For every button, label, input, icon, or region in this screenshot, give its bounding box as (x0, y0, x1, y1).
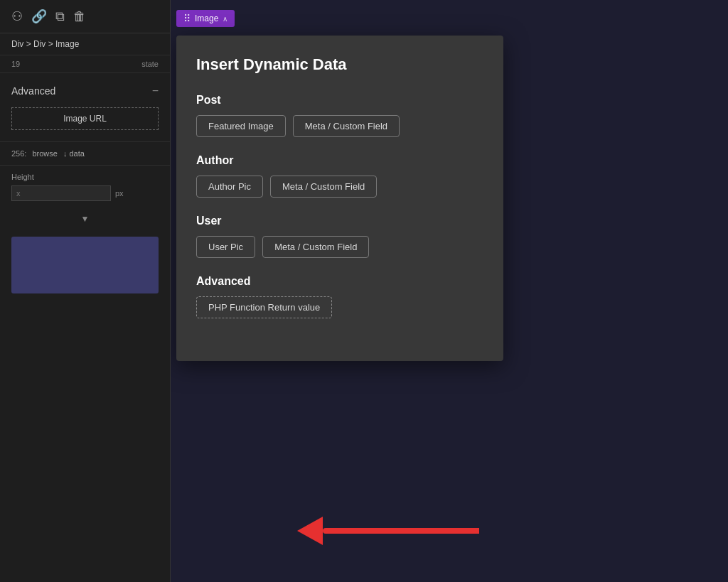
dropdown-arrow-icon[interactable]: ▼ (0, 208, 170, 230)
author-meta-custom-field-button[interactable]: Meta / Custom Field (270, 176, 377, 198)
link-icon[interactable]: 🔗 (31, 9, 47, 24)
chevron-up-icon: ∧ (223, 15, 228, 23)
author-pic-button[interactable]: Author Pic (196, 176, 263, 198)
copy-icon[interactable]: ⧉ (55, 9, 65, 24)
advanced-section-heading: Advanced (196, 275, 483, 288)
sidebar-toolbar: ⚇ 🔗 ⧉ 🗑 (0, 0, 170, 33)
browse-button[interactable]: browse (32, 149, 57, 158)
image-url-button[interactable]: Image URL (11, 107, 159, 130)
collapse-icon[interactable]: − (152, 85, 159, 97)
drag-handle-icon: ⠿ (183, 13, 191, 24)
php-function-button[interactable]: PHP Function Return value (196, 296, 332, 318)
featured-image-button[interactable]: Featured Image (196, 115, 286, 137)
user-section-heading: User (196, 215, 483, 227)
user-tag-group: User Pic Meta / Custom Field (196, 236, 483, 258)
image-tag-label: Image (195, 14, 218, 23)
height-label: Height (11, 173, 159, 181)
sidebar-preview (11, 237, 159, 293)
panel-title: Insert Dynamic Data (196, 55, 483, 74)
height-input[interactable] (11, 185, 111, 201)
delete-icon[interactable]: 🗑 (73, 9, 86, 24)
user-pic-button[interactable]: User Pic (196, 236, 255, 258)
post-meta-custom-field-button[interactable]: Meta / Custom Field (293, 115, 400, 137)
author-section-heading: Author (196, 154, 483, 167)
sidebar: ⚇ 🔗 ⧉ 🗑 Div > Div > Image 19 state Advan… (0, 0, 171, 582)
network-icon[interactable]: ⚇ (11, 9, 23, 24)
advanced-label[interactable]: Advanced − (11, 85, 159, 97)
data-button[interactable]: ↓ data (63, 149, 85, 158)
post-section-heading: Post (196, 94, 483, 107)
browse-row: 256: browse ↓ data (0, 142, 170, 166)
image-tag[interactable]: ⠿ Image ∧ (176, 10, 235, 27)
dynamic-data-panel: Insert Dynamic Data Post Featured Image … (176, 36, 503, 361)
state-number: 19 (11, 60, 20, 68)
height-section: Height px (0, 166, 170, 208)
advanced-tag-group: PHP Function Return value (196, 296, 483, 318)
author-tag-group: Author Pic Meta / Custom Field (196, 176, 483, 198)
arrow-indicator (299, 517, 479, 545)
advanced-section: Advanced − Image URL (0, 73, 170, 142)
state-label: state (141, 60, 159, 68)
px-unit: px (115, 189, 124, 198)
post-tag-group: Featured Image Meta / Custom Field (196, 115, 483, 137)
browse-number: 256: (11, 149, 26, 158)
arrow-head-icon (297, 517, 323, 545)
main-area: ⠿ Image ∧ Insert Dynamic Data Post Featu… (171, 0, 728, 582)
arrow-shaft (323, 528, 479, 534)
user-meta-custom-field-button[interactable]: Meta / Custom Field (262, 236, 369, 258)
breadcrumb: Div > Div > Image (0, 33, 170, 55)
state-row: 19 state (0, 55, 170, 73)
